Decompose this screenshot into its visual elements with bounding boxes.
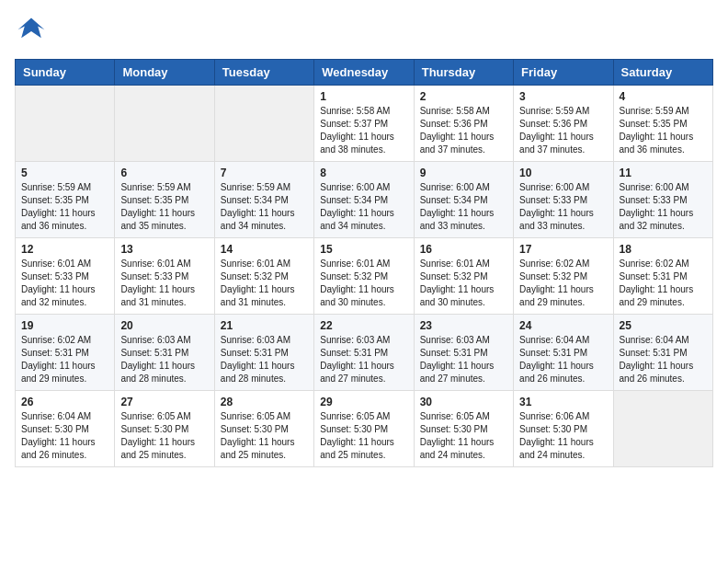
- day-info: Sunrise: 5:59 AM Sunset: 5:35 PM Dayligh…: [21, 181, 108, 233]
- week-row-5: 26Sunrise: 6:04 AM Sunset: 5:30 PM Dayli…: [16, 391, 713, 467]
- calendar-cell: 18Sunrise: 6:02 AM Sunset: 5:31 PM Dayli…: [613, 238, 712, 315]
- day-info: Sunrise: 6:04 AM Sunset: 5:31 PM Dayligh…: [519, 334, 607, 385]
- day-number: 28: [221, 396, 308, 408]
- calendar-cell: 19Sunrise: 6:02 AM Sunset: 5:31 PM Dayli…: [16, 315, 115, 391]
- calendar-cell: 6Sunrise: 5:59 AM Sunset: 5:35 PM Daylig…: [115, 162, 214, 238]
- day-number: 14: [221, 243, 308, 256]
- calendar-cell: 30Sunrise: 6:05 AM Sunset: 5:30 PM Dayli…: [414, 391, 513, 467]
- weekday-header-monday: Monday: [115, 60, 214, 86]
- calendar-cell: 25Sunrise: 6:04 AM Sunset: 5:31 PM Dayli…: [613, 315, 712, 391]
- calendar-cell: 13Sunrise: 6:01 AM Sunset: 5:33 PM Dayli…: [115, 238, 214, 315]
- day-number: 23: [420, 319, 507, 332]
- weekday-header-wednesday: Wednesday: [314, 60, 414, 86]
- calendar-cell: 23Sunrise: 6:03 AM Sunset: 5:31 PM Dayli…: [414, 315, 513, 391]
- day-info: Sunrise: 6:01 AM Sunset: 5:32 PM Dayligh…: [420, 258, 507, 309]
- day-number: 8: [320, 167, 407, 179]
- day-info: Sunrise: 5:59 AM Sunset: 5:35 PM Dayligh…: [620, 105, 707, 156]
- calendar-cell: 15Sunrise: 6:01 AM Sunset: 5:32 PM Dayli…: [314, 238, 414, 315]
- week-row-3: 12Sunrise: 6:01 AM Sunset: 5:33 PM Dayli…: [16, 238, 713, 315]
- day-info: Sunrise: 6:01 AM Sunset: 5:32 PM Dayligh…: [320, 258, 407, 309]
- calendar-cell: 26Sunrise: 6:04 AM Sunset: 5:30 PM Dayli…: [16, 391, 115, 467]
- weekday-header-saturday: Saturday: [613, 60, 712, 86]
- day-number: 5: [21, 167, 108, 179]
- day-info: Sunrise: 6:06 AM Sunset: 5:30 PM Dayligh…: [519, 410, 607, 462]
- calendar-cell: 16Sunrise: 6:01 AM Sunset: 5:32 PM Dayli…: [414, 238, 513, 315]
- day-number: 18: [620, 243, 707, 256]
- svg-marker-0: [18, 18, 45, 39]
- day-number: 19: [21, 319, 108, 332]
- calendar-cell: 11Sunrise: 6:00 AM Sunset: 5:33 PM Dayli…: [613, 162, 712, 238]
- day-number: 1: [320, 90, 407, 103]
- calendar-cell: 5Sunrise: 5:59 AM Sunset: 5:35 PM Daylig…: [16, 162, 115, 238]
- day-info: Sunrise: 6:00 AM Sunset: 5:34 PM Dayligh…: [320, 181, 407, 233]
- day-number: 27: [120, 396, 208, 408]
- calendar-cell: 29Sunrise: 6:05 AM Sunset: 5:30 PM Dayli…: [314, 391, 414, 467]
- day-info: Sunrise: 6:02 AM Sunset: 5:31 PM Dayligh…: [21, 334, 108, 385]
- day-info: Sunrise: 6:01 AM Sunset: 5:33 PM Dayligh…: [21, 258, 108, 309]
- weekday-header-tuesday: Tuesday: [214, 60, 313, 86]
- day-number: 25: [620, 319, 707, 332]
- calendar-cell: 31Sunrise: 6:06 AM Sunset: 5:30 PM Dayli…: [514, 391, 613, 467]
- day-number: 21: [221, 319, 308, 332]
- calendar-cell: [613, 391, 712, 467]
- calendar-cell: 17Sunrise: 6:02 AM Sunset: 5:32 PM Dayli…: [514, 238, 613, 315]
- week-row-4: 19Sunrise: 6:02 AM Sunset: 5:31 PM Dayli…: [16, 315, 713, 391]
- day-number: 20: [120, 319, 208, 332]
- day-number: 3: [519, 90, 607, 103]
- day-info: Sunrise: 5:58 AM Sunset: 5:36 PM Dayligh…: [420, 105, 507, 156]
- day-info: Sunrise: 6:03 AM Sunset: 5:31 PM Dayligh…: [120, 334, 208, 385]
- calendar-cell: 4Sunrise: 5:59 AM Sunset: 5:35 PM Daylig…: [613, 86, 712, 162]
- calendar-cell: [115, 86, 214, 162]
- day-number: 10: [519, 167, 607, 179]
- day-number: 17: [519, 243, 607, 256]
- week-row-1: 1Sunrise: 5:58 AM Sunset: 5:37 PM Daylig…: [16, 86, 713, 162]
- calendar-cell: 20Sunrise: 6:03 AM Sunset: 5:31 PM Dayli…: [115, 315, 214, 391]
- day-info: Sunrise: 5:59 AM Sunset: 5:34 PM Dayligh…: [221, 181, 308, 233]
- day-info: Sunrise: 6:02 AM Sunset: 5:31 PM Dayligh…: [620, 258, 707, 309]
- calendar-cell: 10Sunrise: 6:00 AM Sunset: 5:33 PM Dayli…: [514, 162, 613, 238]
- day-number: 4: [620, 90, 707, 103]
- day-info: Sunrise: 6:03 AM Sunset: 5:31 PM Dayligh…: [221, 334, 308, 385]
- calendar-cell: 28Sunrise: 6:05 AM Sunset: 5:30 PM Dayli…: [214, 391, 313, 467]
- day-info: Sunrise: 6:04 AM Sunset: 5:31 PM Dayligh…: [620, 334, 707, 385]
- calendar-cell: 2Sunrise: 5:58 AM Sunset: 5:36 PM Daylig…: [414, 86, 513, 162]
- day-number: 2: [420, 90, 507, 103]
- day-info: Sunrise: 6:05 AM Sunset: 5:30 PM Dayligh…: [320, 410, 407, 462]
- day-number: 22: [320, 319, 407, 332]
- day-info: Sunrise: 5:59 AM Sunset: 5:35 PM Dayligh…: [120, 181, 208, 233]
- day-number: 31: [519, 396, 607, 408]
- day-number: 9: [420, 167, 507, 179]
- day-number: 29: [320, 396, 407, 408]
- day-info: Sunrise: 6:05 AM Sunset: 5:30 PM Dayligh…: [221, 410, 308, 462]
- day-info: Sunrise: 6:03 AM Sunset: 5:31 PM Dayligh…: [320, 334, 407, 385]
- day-info: Sunrise: 6:01 AM Sunset: 5:32 PM Dayligh…: [221, 258, 308, 309]
- day-number: 16: [420, 243, 507, 256]
- day-info: Sunrise: 6:04 AM Sunset: 5:30 PM Dayligh…: [21, 410, 108, 462]
- calendar-cell: [16, 86, 115, 162]
- calendar: SundayMondayTuesdayWednesdayThursdayFrid…: [15, 59, 713, 467]
- day-info: Sunrise: 6:03 AM Sunset: 5:31 PM Dayligh…: [420, 334, 507, 385]
- day-info: Sunrise: 6:01 AM Sunset: 5:33 PM Dayligh…: [120, 258, 208, 309]
- day-number: 26: [21, 396, 108, 408]
- calendar-cell: 22Sunrise: 6:03 AM Sunset: 5:31 PM Dayli…: [314, 315, 414, 391]
- day-info: Sunrise: 5:58 AM Sunset: 5:37 PM Dayligh…: [320, 105, 407, 156]
- day-info: Sunrise: 6:05 AM Sunset: 5:30 PM Dayligh…: [420, 410, 507, 462]
- page-header: [15, 15, 713, 48]
- day-info: Sunrise: 6:00 AM Sunset: 5:34 PM Dayligh…: [420, 181, 507, 233]
- weekday-header-friday: Friday: [514, 60, 613, 86]
- day-number: 7: [221, 167, 308, 179]
- day-number: 11: [620, 167, 707, 179]
- day-info: Sunrise: 5:59 AM Sunset: 5:36 PM Dayligh…: [519, 105, 607, 156]
- day-number: 30: [420, 396, 507, 408]
- calendar-cell: 14Sunrise: 6:01 AM Sunset: 5:32 PM Dayli…: [214, 238, 313, 315]
- day-info: Sunrise: 6:05 AM Sunset: 5:30 PM Dayligh…: [120, 410, 208, 462]
- weekday-header-sunday: Sunday: [16, 60, 115, 86]
- day-number: 6: [120, 167, 208, 179]
- calendar-cell: 8Sunrise: 6:00 AM Sunset: 5:34 PM Daylig…: [314, 162, 414, 238]
- week-row-2: 5Sunrise: 5:59 AM Sunset: 5:35 PM Daylig…: [16, 162, 713, 238]
- day-info: Sunrise: 6:00 AM Sunset: 5:33 PM Dayligh…: [620, 181, 707, 233]
- day-number: 24: [519, 319, 607, 332]
- day-number: 15: [320, 243, 407, 256]
- weekday-header-row: SundayMondayTuesdayWednesdayThursdayFrid…: [16, 60, 713, 86]
- logo-icon: [15, 15, 48, 48]
